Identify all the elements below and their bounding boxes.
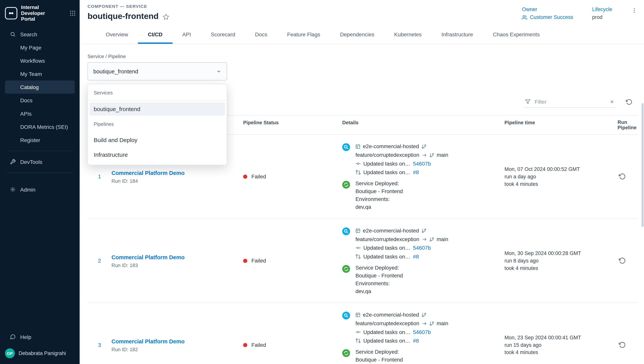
sidebar-item-apis[interactable]: APIs	[5, 107, 75, 120]
tab-cicd[interactable]: CI/CD	[138, 25, 172, 44]
deploy-service: Boutique - Frontend	[356, 272, 403, 279]
run-details: e2e-commercial-hosted feature/corruptede…	[342, 226, 504, 295]
filter-input[interactable]	[534, 98, 606, 105]
status-label: Failed	[252, 342, 266, 348]
arrow-right-icon	[422, 237, 427, 242]
deploy-service: Boutique - Frontend	[356, 356, 403, 364]
sidebar-item-my-page[interactable]: My Page	[5, 41, 75, 54]
breadcrumb: COMPONENT — SERVICE	[88, 4, 170, 8]
commit-message: Updated tasks on…	[363, 328, 410, 336]
repo-name[interactable]: e2e-commercial-hosted	[363, 226, 419, 234]
repo-name[interactable]: e2e-commercial-hosted	[363, 142, 419, 150]
refresh-icon[interactable]	[625, 98, 633, 106]
apps-grid-icon[interactable]	[70, 10, 76, 16]
pipeline-status: Failed	[243, 342, 342, 348]
git-commit-icon	[356, 330, 361, 335]
pipeline-run-row: 2 Commercial Platform Demo Run ID: 183 F…	[88, 219, 638, 303]
dropdown-option-build-and-deploy[interactable]: Build and Deploy	[90, 133, 225, 146]
pipeline-time: Mon, 30 Sep 2024 00:00:28 GMT run 8 days…	[504, 250, 614, 272]
owner-block: Owner Customer Success	[522, 7, 573, 20]
commit-sha-link[interactable]: 54607b	[413, 328, 431, 336]
filter-field[interactable]	[524, 96, 615, 108]
pipeline-select[interactable]: boutique_frontend	[88, 62, 227, 80]
failed-status-dot	[243, 174, 248, 178]
git-branch-icon	[429, 152, 434, 158]
entity-meta: Owner Customer Success Lifecycle prod	[522, 4, 638, 20]
sidebar-item-register[interactable]: Register	[5, 133, 75, 146]
run-number-link[interactable]: 1	[98, 174, 101, 180]
sidebar: Internal Developer Portal Search My Page…	[0, 0, 80, 364]
rerun-pipeline-icon[interactable]	[618, 340, 626, 349]
dropdown-option-boutique-frontend[interactable]: boutique_frontend	[90, 102, 225, 116]
deploy-title: Service Deployed:	[356, 264, 403, 272]
deploy-title: Service Deployed:	[356, 348, 403, 356]
dropdown-option-infrastructure[interactable]: Infrastructure	[90, 148, 225, 161]
user-name: Debabrata Panigrahi	[18, 350, 66, 356]
rerun-pipeline-icon[interactable]	[618, 172, 626, 181]
run-ago: run 8 days ago	[504, 257, 614, 264]
tab-scorecard[interactable]: Scorecard	[201, 25, 245, 44]
app-title: Internal Developer Portal	[21, 4, 57, 22]
pr-number-link[interactable]: #8	[413, 252, 419, 260]
tab-api[interactable]: API	[172, 25, 201, 44]
commit-message: Updated tasks on…	[363, 160, 410, 168]
pull-request-icon	[356, 254, 361, 259]
run-id: Run ID: 184	[112, 178, 243, 184]
app-logo[interactable]	[5, 7, 18, 20]
tab-infrastructure[interactable]: Infrastructure	[432, 25, 483, 44]
sidebar-item-my-team[interactable]: My Team	[5, 67, 75, 80]
tab-feature-flags[interactable]: Feature Flags	[277, 25, 330, 44]
tab-dependencies[interactable]: Dependencies	[330, 25, 384, 44]
failed-status-dot	[243, 343, 248, 347]
chevron-down-icon	[216, 69, 221, 74]
run-duration: took 4 minutes	[504, 348, 614, 356]
sidebar-item-search[interactable]: Search	[5, 28, 75, 41]
git-branch-icon	[422, 228, 426, 233]
run-timestamp: Mon, 30 Sep 2024 00:00:28 GMT	[504, 250, 614, 257]
source-branch: feature/corruptedexception	[356, 319, 419, 328]
sidebar-item-admin[interactable]: Admin	[5, 183, 75, 196]
favorite-star-icon[interactable]	[163, 14, 170, 20]
pipeline-name-link[interactable]: Commercial Platform Demo	[112, 338, 184, 344]
tab-chaos-experiments[interactable]: Chaos Experiments	[483, 25, 550, 44]
sidebar-item-workflows[interactable]: Workflows	[5, 54, 75, 67]
sidebar-divider	[7, 172, 73, 173]
rerun-pipeline-icon[interactable]	[618, 256, 626, 265]
sidebar-item-devtools[interactable]: DevTools	[5, 155, 75, 168]
pipeline-select-value: boutique_frontend	[93, 68, 138, 74]
pr-number-link[interactable]: #8	[413, 168, 419, 176]
commit-sha-link[interactable]: 54607b	[413, 244, 431, 252]
clear-filter-icon[interactable]	[610, 100, 614, 104]
tab-kubernetes[interactable]: Kubernetes	[384, 25, 431, 44]
tab-overview[interactable]: Overview	[96, 25, 138, 44]
sidebar-item-docs[interactable]: Docs	[5, 94, 75, 107]
tab-bar: Overview CI/CD API Scorecard Docs Featur…	[80, 25, 644, 44]
pipeline-name-link[interactable]: Commercial Platform Demo	[112, 170, 184, 176]
deploy-service: Boutique - Frontend	[356, 188, 403, 195]
scrollbar-thumb[interactable]	[642, 103, 644, 227]
sidebar-item-dora-metrics[interactable]: DORA Metrics (SEI)	[5, 120, 75, 133]
sidebar-header: Internal Developer Portal	[0, 0, 80, 28]
run-timestamp: Mon, 23 Sep 2024 00:00:41 GMT	[504, 334, 614, 341]
commit-sha-link[interactable]: 54607b	[413, 160, 431, 168]
run-id: Run ID: 183	[112, 262, 243, 268]
ci-stage-icon	[342, 143, 350, 151]
pr-number-link[interactable]: #8	[413, 337, 419, 345]
sidebar-item-help[interactable]: Help	[5, 330, 75, 343]
page-title: boutique-frontend	[88, 12, 159, 21]
harness-logo-icon	[8, 10, 14, 17]
pipeline-name-link[interactable]: Commercial Platform Demo	[112, 254, 184, 260]
col-header-pipeline-time: Pipeline time	[504, 120, 614, 126]
git-branch-icon	[422, 312, 426, 317]
user-menu[interactable]: DP Debabrata Panigrahi	[0, 343, 80, 360]
owner-value[interactable]: Customer Success	[522, 14, 573, 20]
deploy-title: Service Deployed:	[356, 180, 403, 187]
sidebar-item-catalog[interactable]: Catalog	[5, 80, 75, 94]
repo-name[interactable]: e2e-commercial-hosted	[363, 311, 419, 319]
target-branch: main	[436, 151, 448, 159]
run-number-link[interactable]: 2	[98, 258, 101, 264]
run-number-link[interactable]: 3	[98, 342, 101, 348]
tab-docs[interactable]: Docs	[245, 25, 277, 44]
kebab-menu-icon[interactable]	[631, 8, 637, 14]
avatar: DP	[5, 348, 15, 358]
